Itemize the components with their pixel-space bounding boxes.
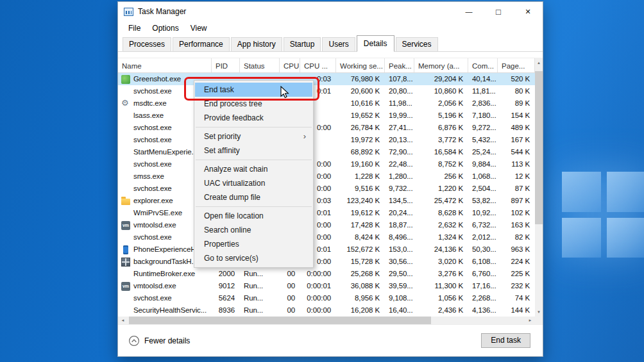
column-header-cpu[interactable]: CPU [280,58,300,72]
tab-strip: ProcessesPerformanceApp historyStartupUs… [118,35,543,52]
cell-paged_pool: 224 K [498,256,535,268]
column-header-cpu[interactable]: CPU ... [300,58,336,72]
fewer-details-toggle[interactable]: Fewer details [128,335,190,347]
menu-options[interactable]: Options [146,22,184,34]
horizontal-scroll-thumb[interactable] [129,317,431,324]
process-row[interactable]: smss.exe0:001,228 K1,280...256 K1,068...… [118,170,535,183]
tab-users[interactable]: Users [322,37,355,51]
context-menu-item-end-process-tree[interactable]: End process tree [195,97,312,111]
column-header-pid[interactable]: PID [212,58,240,72]
process-row[interactable]: svchost.exe0:0120,600 K20,80...10,860 K1… [118,85,535,97]
process-row[interactable]: StartMenuExperie...68,892 K72,90...16,58… [118,146,535,158]
cell-memory: 2,056 K [414,97,468,110]
cell-peak_working_set: 20,13... [385,134,414,146]
vm-icon [121,221,130,230]
greenshot-icon [121,75,130,84]
process-row[interactable]: svchost.exe0:0019,160 K22,48...8,752 K9,… [118,158,535,170]
vertical-scroll-thumb[interactable] [535,71,543,224]
context-menu-item-end-task[interactable]: End task [195,83,312,97]
scroll-down-icon[interactable]: ▼ [535,307,543,317]
cell-memory: 29,204 K [414,73,468,85]
cell-memory: 11,300 K [414,280,468,292]
window-dark-icon [121,258,130,267]
context-menu-item-set-affinity[interactable]: Set affinity [195,144,312,158]
tab-details[interactable]: Details [357,35,394,52]
cell-peak_working_set: 19,99... [385,110,414,122]
process-row[interactable]: SecurityHealthServic...8936Run...000:00:… [118,304,535,317]
context-menu-item-search-online[interactable]: Search online [195,223,312,237]
column-header-name[interactable]: Name [118,58,212,72]
context-menu-item-open-file-location[interactable]: Open file location [195,209,312,223]
close-button[interactable]: ✕ [513,2,543,21]
minimize-button[interactable]: — [454,2,484,21]
cell-working_set: 19,652 K [336,110,385,122]
process-row[interactable]: msdtc.exe10,616 K11,98...2,056 K2,836...… [118,97,535,110]
process-row[interactable]: svchost.exe0:008,424 K8,496...1,324 K2,0… [118,231,535,243]
windows-logo-pane [562,218,601,258]
process-row[interactable]: svchost.exe19,972 K20,13...3,772 K5,432.… [118,134,535,146]
process-row[interactable]: svchost.exe0:0026,784 K27,41...6,876 K9,… [118,122,535,134]
context-menu-item-uac-virtualization[interactable]: UAC virtualization [195,176,312,190]
tab-services[interactable]: Services [396,37,438,51]
cell-status: Run... [240,292,280,304]
scroll-right-icon[interactable]: ► [525,317,535,324]
process-row[interactable]: RuntimeBroker.exe2000Run...000:00:0025,2… [118,268,535,280]
process-row[interactable]: svchost.exe0:009,516 K9,732...1,220 K2,5… [118,183,535,195]
process-row[interactable]: Greenshot.exe0:0376,980 K107,8...29,204 … [118,73,535,85]
tab-performance[interactable]: Performance [173,37,230,51]
tab-processes[interactable]: Processes [123,37,171,51]
cell-peak_working_set: 11,98... [385,97,414,110]
process-row[interactable]: vmtoolsd.exe0:0017,428 K18,87...2,632 K6… [118,219,535,231]
column-header-memory-a[interactable]: Memory (a... [414,58,468,72]
cell-memory: 3,772 K [414,134,468,146]
tab-startup[interactable]: Startup [284,37,321,51]
scroll-up-icon[interactable]: ▲ [535,58,543,67]
cell-paged_pool: 82 K [498,231,535,243]
cell-commit_size: 50,30... [468,243,498,256]
column-header-page[interactable]: Page... [498,58,535,72]
cell-commit_size: 4,136... [468,304,498,317]
horizontal-scroll-track[interactable] [128,317,525,324]
context-menu-item-set-priority[interactable]: Set priority› [195,129,312,144]
vertical-scroll-track[interactable] [535,67,543,307]
cell-working_set: 68,892 K [336,146,385,158]
context-menu-item-create-dump-file[interactable]: Create dump file [195,190,312,204]
context-menu-item-go-to-service-s[interactable]: Go to service(s) [195,251,312,265]
process-row[interactable]: svchost.exe5624Run...000:00:008,956 K9,1… [118,292,535,304]
scroll-left-icon[interactable]: ◄ [118,317,128,324]
column-header-status[interactable]: Status [240,58,280,72]
context-menu-item-provide-feedback[interactable]: Provide feedback [195,111,312,125]
fewer-details-label: Fewer details [144,336,190,345]
process-row[interactable]: vmtoolsd.exe9012Run...000:00:0136,088 K3… [118,280,535,292]
cell-working_set: 25,268 K [336,268,385,280]
cell-commit_size: 53,82... [468,195,498,207]
process-row[interactable]: explorer.exe0:03123,240 K134,5...25,472 … [118,195,535,207]
tab-app-history[interactable]: App history [231,37,282,51]
cell-memory: 25,472 K [414,195,468,207]
column-header-com[interactable]: Com... [468,58,498,72]
process-row[interactable]: WmiPrvSE.exe0:0119,612 K20,24...8,628 K1… [118,207,535,219]
title-bar[interactable]: Task Manager — □ ✕ [118,2,543,21]
table-inner: NamePIDStatusCPUCPU ...Working se...Peak… [118,58,535,317]
column-header-peak[interactable]: Peak... [385,58,414,72]
horizontal-scrollbar[interactable]: ◄ ► [118,317,543,324]
vertical-scrollbar[interactable]: ▲ ▼ [535,58,543,317]
cell-working_set: 17,428 K [336,219,385,231]
process-row[interactable]: PhoneExperienceH...0:01152,672 K153,0...… [118,243,535,256]
cell-paged_pool: 102 K [498,207,535,219]
cell-peak_working_set: 153,0... [385,243,414,256]
cell-paged_pool: 87 K [498,183,535,195]
context-menu-item-analyze-wait-chain[interactable]: Analyze wait chain [195,162,312,176]
cell-peak_working_set: 16,40... [385,304,414,317]
process-row[interactable]: lsass.exe19,652 K19,99...5,196 K7,180...… [118,110,535,122]
process-row[interactable]: backgroundTaskH...0:0015,728 K30,56...3,… [118,256,535,268]
maximize-button[interactable]: □ [484,2,513,21]
column-header-working-se[interactable]: Working se... [336,58,385,72]
menu-file[interactable]: File [123,22,146,34]
context-menu-item-properties[interactable]: Properties [195,237,312,251]
phone-icon [121,245,130,254]
cell-working_set: 8,424 K [336,231,385,243]
cell-working_set: 20,600 K [336,85,385,97]
menu-view[interactable]: View [185,22,213,34]
end-task-button[interactable]: End task [481,333,530,348]
